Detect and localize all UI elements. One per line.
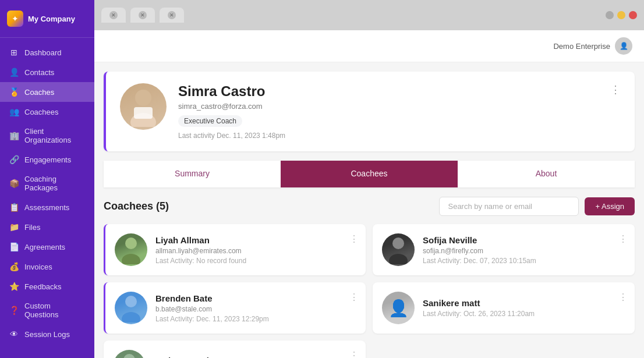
coachee-more-menu-liyah[interactable]: ⋮ <box>349 233 359 244</box>
sidebar-item-label: Feedbacks <box>24 282 62 291</box>
close-dot[interactable] <box>629 11 637 19</box>
minimize-dot[interactable] <box>606 11 614 19</box>
coaching-packages-icon: 📦 <box>9 179 19 188</box>
coachee-activity: Last Activity: Dec. 07, 2023 10:15am <box>423 257 625 265</box>
sidebar-item-coaches[interactable]: 🏅 Coaches <box>0 82 94 102</box>
sidebar-item-label: Invoices <box>24 263 52 271</box>
coachee-card-sofija: Sofija Neville sofija.n@firefly.com Last… <box>373 224 635 275</box>
topbar-avatar: 👤 <box>615 37 632 55</box>
maximize-dot[interactable] <box>617 11 625 19</box>
tab-summary[interactable]: Summary <box>104 161 281 187</box>
coachee-avatar-image <box>115 292 147 324</box>
section-title: Coachees (5) <box>104 200 169 212</box>
coachee-name: Sofija Neville <box>423 235 625 245</box>
browser-tab-3[interactable]: ✕ <box>160 8 184 23</box>
feedbacks-icon: ⭐ <box>9 282 19 291</box>
sidebar-header: ✦ My Company <box>0 0 94 38</box>
sidebar-item-label: Assessments <box>24 203 69 212</box>
svg-point-8 <box>122 312 140 322</box>
client-orgs-icon: 🏢 <box>9 131 19 140</box>
browser-tab-1[interactable]: ✕ <box>101 8 126 23</box>
files-icon: 📁 <box>9 222 19 232</box>
svg-rect-2 <box>134 107 153 119</box>
contacts-icon: 👤 <box>9 68 19 77</box>
profile-card: Simra Castro simra_castro@forza.com Exec… <box>104 72 635 151</box>
agreements-icon: 📄 <box>9 242 19 251</box>
coachee-avatar-sofija <box>382 233 415 266</box>
company-name: My Company <box>28 15 75 23</box>
svg-point-9 <box>123 354 135 358</box>
coachee-avatar-image: 👤 <box>382 292 415 324</box>
coachee-info-rodney: Rodney Steele r.steele@greycompany.com <box>154 356 356 359</box>
section-controls: + Assign <box>439 197 635 216</box>
sidebar-item-dashboard[interactable]: ⊞ Dashboard <box>0 42 94 62</box>
session-logs-icon: 👁 <box>9 329 19 339</box>
sidebar-item-coachees[interactable]: 👥 Coachees <box>0 102 94 122</box>
sidebar-item-label: Dashboard <box>24 48 62 57</box>
custom-questions-icon: ❓ <box>9 306 19 315</box>
coachee-info-liyah: Liyah Allman allman.liyah@emirates.com L… <box>155 235 356 265</box>
coachee-more-menu-sanikere[interactable]: ⋮ <box>618 292 628 303</box>
sidebar-item-assessments[interactable]: 📋 Assessments <box>0 197 94 217</box>
sidebar-item-client-orgs[interactable]: 🏢 Client Organizations <box>0 122 94 150</box>
window-controls <box>606 11 637 19</box>
svg-point-7 <box>125 296 137 307</box>
coachee-card-liyah: Liyah Allman allman.liyah@emirates.com L… <box>104 224 366 275</box>
tab-coachees[interactable]: Coachees <box>281 161 458 187</box>
topbar-user: Demo Enterprise 👤 <box>553 37 632 55</box>
svg-point-4 <box>122 254 140 264</box>
tab-close-1[interactable]: ✕ <box>109 11 118 19</box>
coachee-avatar-sanikere: 👤 <box>382 292 415 324</box>
dashboard-icon: ⊞ <box>9 48 19 57</box>
sidebar-item-coaching-packages[interactable]: 📦 Coaching Packages <box>0 169 94 197</box>
sidebar-item-label: Files <box>24 223 40 232</box>
sidebar-item-session-logs[interactable]: 👁 Session Logs <box>0 324 94 344</box>
coachees-section: Coachees (5) + Assign <box>104 197 635 358</box>
svg-point-6 <box>389 254 408 264</box>
tab-about[interactable]: About <box>458 161 635 187</box>
sidebar-item-invoices[interactable]: 💰 Invoices <box>0 257 94 277</box>
assessments-icon: 📋 <box>9 203 19 212</box>
tab-close-3[interactable]: ✕ <box>168 11 176 19</box>
profile-role-badge: Executive Coach <box>178 115 242 127</box>
search-input[interactable] <box>439 197 579 216</box>
coachee-avatar-liyah <box>115 233 147 266</box>
sidebar-item-label: Coaching Packages <box>24 175 85 192</box>
sidebar-item-label: Coaches <box>24 88 54 97</box>
sidebar-item-label: Engagements <box>24 155 71 164</box>
profile-more-menu[interactable]: ⋮ <box>610 83 621 96</box>
profile-avatar-image <box>120 83 167 130</box>
sidebar-item-custom-questions[interactable]: ❓ Custom Questions <box>0 296 94 324</box>
section-header: Coachees (5) + Assign <box>104 197 635 216</box>
coachee-more-menu-rodney[interactable]: ⋮ <box>349 350 359 358</box>
coachee-name: Brenden Bate <box>155 293 356 303</box>
coachee-name: Sanikere matt <box>423 298 625 308</box>
sidebar-item-label: Contacts <box>24 68 54 77</box>
sidebar-item-label: Agreements <box>24 243 65 251</box>
coachees-icon: 👥 <box>9 107 19 116</box>
sidebar-item-files[interactable]: 📁 Files <box>0 217 94 237</box>
app-logo: ✦ <box>7 10 23 27</box>
sidebar: ✦ My Company ⊞ Dashboard 👤 Contacts 🏅 Co… <box>0 0 94 358</box>
sidebar-item-feedbacks[interactable]: ⭐ Feedbacks <box>0 277 94 296</box>
content-area: Demo Enterprise 👤 Simra Castro s <box>94 30 644 358</box>
coachee-card-sanikere: 👤 Sanikere matt Last Activity: Oct. 26, … <box>373 282 635 334</box>
browser-tab-2[interactable]: ✕ <box>130 8 155 23</box>
svg-point-5 <box>392 238 404 249</box>
svg-point-3 <box>125 238 137 249</box>
coachee-email: b.bate@stale.com <box>155 305 356 313</box>
sidebar-item-contacts[interactable]: 👤 Contacts <box>0 62 94 82</box>
coachee-activity: Last Activity: No record found <box>155 257 356 265</box>
coachee-name: Rodney Steele <box>154 356 356 359</box>
profile-name: Simra Castro <box>178 83 599 100</box>
sidebar-item-agreements[interactable]: 📄 Agreements <box>0 237 94 257</box>
coachee-more-menu-brenden[interactable]: ⋮ <box>349 292 359 303</box>
coachee-more-menu-sofija[interactable]: ⋮ <box>618 233 628 244</box>
sidebar-item-engagements[interactable]: 🔗 Engagements <box>0 150 94 169</box>
tab-close-2[interactable]: ✕ <box>139 11 147 19</box>
main-area: ✕ ✕ ✕ Demo Enterprise 👤 <box>94 0 644 358</box>
svg-point-0 <box>135 90 151 106</box>
assign-button[interactable]: + Assign <box>585 197 635 215</box>
coaches-icon: 🏅 <box>9 87 19 97</box>
coachee-card-rodney: Rodney Steele r.steele@greycompany.com ⋮ <box>104 341 366 358</box>
